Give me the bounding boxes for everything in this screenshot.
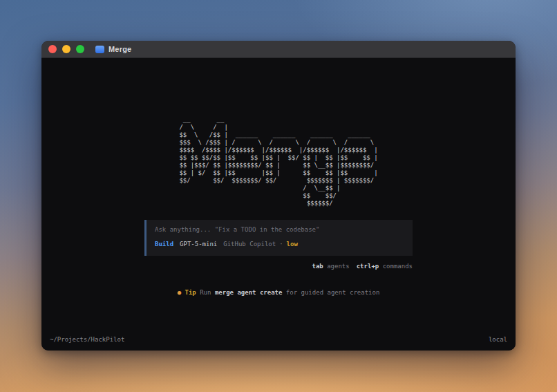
prompt-status-row: Build GPT-5-mini GitHub Copilot · low [155, 241, 404, 248]
ascii-logo-wrap: __ __ / \ / | $$ \ /$$ | ______ ______ _… [41, 116, 516, 207]
hint-commands: ctrl+p commands [357, 263, 413, 270]
tip-line: ● Tip Run merge agent create for guided … [41, 289, 516, 297]
close-button[interactable] [48, 45, 57, 53]
hint-agents: tab agents [312, 263, 350, 270]
window-title: Merge [108, 45, 131, 53]
reasoning-effort-indicator: low [287, 241, 298, 248]
model-indicator: GPT-5-mini [180, 241, 217, 248]
tip-label: Tip [185, 289, 196, 296]
separator-dot: · [279, 241, 283, 248]
hint-label-agents: agents [327, 263, 350, 270]
app-icon [95, 46, 104, 53]
status-bar: ~/Projects/HackPilot local [50, 336, 507, 344]
tip-text-before: Run [200, 289, 211, 296]
tip-text-after: for guided agent creation [286, 289, 379, 296]
hint-key-tab: tab [312, 263, 323, 270]
minimize-button[interactable] [62, 45, 70, 53]
tip-command: merge agent create [215, 289, 283, 296]
terminal-screen: __ __ / \ / | $$ \ /$$ | ______ ______ _… [41, 58, 516, 351]
mode-indicator: Build [155, 241, 173, 248]
zoom-button[interactable] [76, 45, 84, 53]
provider-indicator: GitHub Copilot [223, 241, 276, 248]
tip-bullet-icon: ● [178, 289, 181, 296]
terminal-window: Merge __ __ / \ / | $$ \ /$$ | ______ __… [41, 41, 516, 351]
prompt-placeholder: Ask anything... "Fix a TODO in the codeb… [155, 226, 404, 234]
cwd-label: ~/Projects/HackPilot [50, 336, 124, 344]
ascii-logo: __ __ / \ / | $$ \ /$$ | ______ ______ _… [179, 116, 377, 207]
shortcut-hints: tab agentsctrl+p commands [144, 263, 413, 270]
window-titlebar[interactable]: Merge [41, 41, 516, 58]
hint-key-ctrl-p: ctrl+p [357, 263, 379, 270]
connection-mode-label: local [489, 336, 507, 344]
hint-label-commands: commands [383, 263, 413, 270]
prompt-input[interactable]: Ask anything... "Fix a TODO in the codeb… [144, 220, 413, 256]
